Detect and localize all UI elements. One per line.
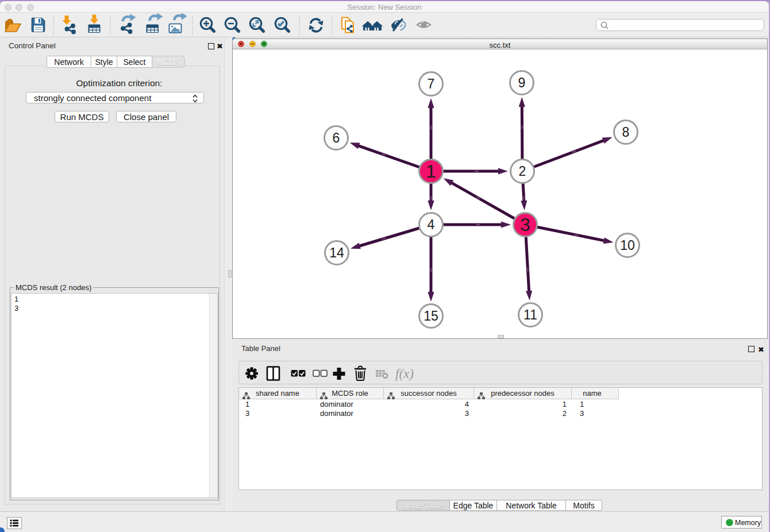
svg-text:f(x): f(x) xyxy=(395,367,414,381)
svg-text:1: 1 xyxy=(426,161,436,182)
svg-text:7: 7 xyxy=(428,76,435,91)
svg-text:3: 3 xyxy=(520,214,530,235)
svg-text:6: 6 xyxy=(333,130,340,145)
svg-text:2: 2 xyxy=(519,164,526,179)
svg-text:4: 4 xyxy=(428,217,435,232)
svg-text:11: 11 xyxy=(523,307,537,322)
svg-text:9: 9 xyxy=(518,75,526,90)
svg-text:14: 14 xyxy=(329,245,344,260)
svg-text:10: 10 xyxy=(620,238,635,253)
svg-text:8: 8 xyxy=(622,125,630,140)
svg-text:15: 15 xyxy=(424,309,438,323)
